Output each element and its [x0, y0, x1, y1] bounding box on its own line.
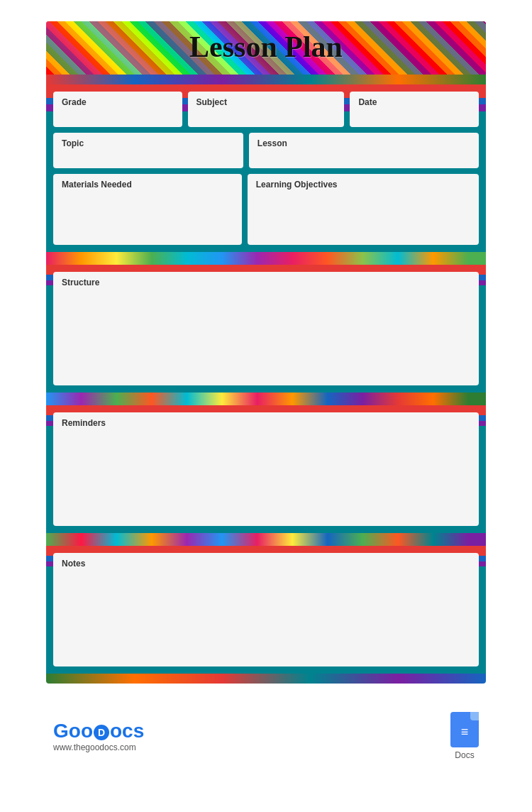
- notes-label: Notes: [62, 559, 470, 569]
- docs-label: Docs: [455, 750, 474, 760]
- date-field[interactable]: Date: [350, 92, 479, 127]
- materials-field[interactable]: Materials Needed: [53, 174, 242, 245]
- document-content: Grade Subject Date Topic Lesson: [46, 84, 486, 252]
- docs-icon-image: [450, 712, 479, 747]
- lesson-label: Lesson: [257, 138, 470, 148]
- grade-field[interactable]: Grade: [53, 92, 182, 127]
- structure-section: Structure: [46, 265, 486, 393]
- structure-field[interactable]: Structure: [53, 272, 479, 385]
- reminders-label: Reminders: [62, 418, 470, 428]
- document-header: Lesson Plan: [46, 21, 486, 75]
- row-materials-objectives: Materials Needed Learning Objectives: [53, 174, 479, 245]
- gooddocs-logo: GooDocs www.thegoodocs.com: [53, 720, 144, 752]
- subject-field[interactable]: Subject: [188, 92, 345, 127]
- structure-label: Structure: [62, 278, 470, 287]
- materials-label: Materials Needed: [62, 180, 233, 190]
- row-grade-subject-date: Grade Subject Date: [53, 92, 479, 127]
- lesson-field[interactable]: Lesson: [249, 133, 479, 168]
- docs-icon-container: Docs: [450, 712, 479, 760]
- branding-footer: GooDocs www.thegoodocs.com Docs: [46, 698, 486, 767]
- gooddocs-url: www.thegoodocs.com: [53, 742, 144, 752]
- subject-label: Subject: [196, 97, 336, 107]
- notes-section: Notes: [46, 546, 486, 674]
- objectives-label: Learning Objectives: [256, 180, 470, 190]
- topic-field[interactable]: Topic: [53, 133, 243, 168]
- topic-label: Topic: [62, 138, 235, 148]
- reminders-section: Reminders: [46, 405, 486, 533]
- objectives-field[interactable]: Learning Objectives: [248, 174, 479, 245]
- row-topic-lesson: Topic Lesson: [53, 133, 479, 168]
- reminders-field[interactable]: Reminders: [53, 412, 479, 526]
- grade-label: Grade: [62, 97, 174, 107]
- document: Lesson Plan Grade Subject Date: [46, 21, 486, 684]
- document-title: Lesson Plan: [60, 30, 472, 64]
- date-label: Date: [358, 97, 470, 107]
- page-wrapper: Lesson Plan Grade Subject Date: [0, 0, 532, 812]
- notes-field[interactable]: Notes: [53, 553, 479, 666]
- gooddocs-name: GooDocs: [53, 720, 144, 742]
- fields-container: Grade Subject Date Topic Lesson: [53, 92, 479, 245]
